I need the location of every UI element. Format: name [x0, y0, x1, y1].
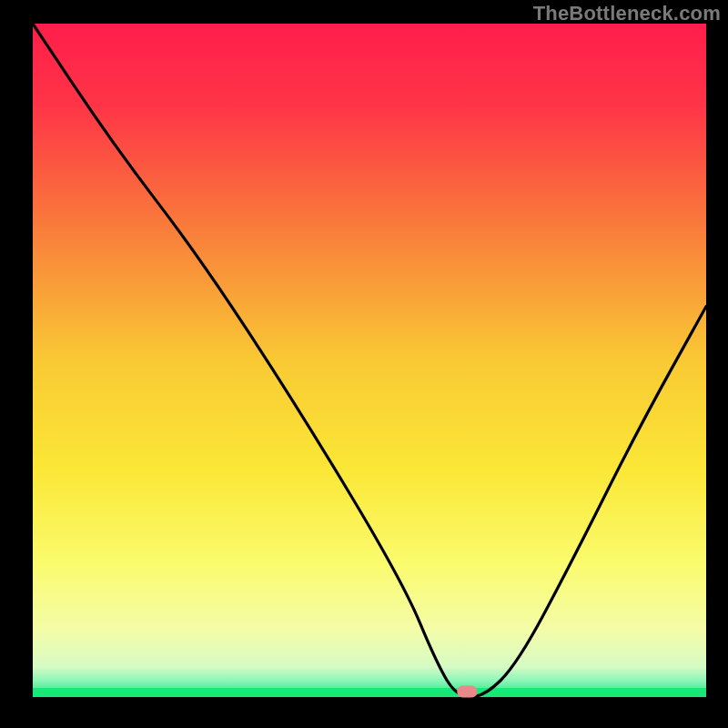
- bottleneck-chart: [0, 0, 728, 728]
- chart-frame: TheBottleneck.com: [0, 0, 728, 728]
- plot-background: [33, 24, 706, 697]
- baseline-band: [33, 688, 706, 697]
- watermark-text: TheBottleneck.com: [533, 2, 721, 25]
- optimal-marker: [457, 686, 477, 698]
